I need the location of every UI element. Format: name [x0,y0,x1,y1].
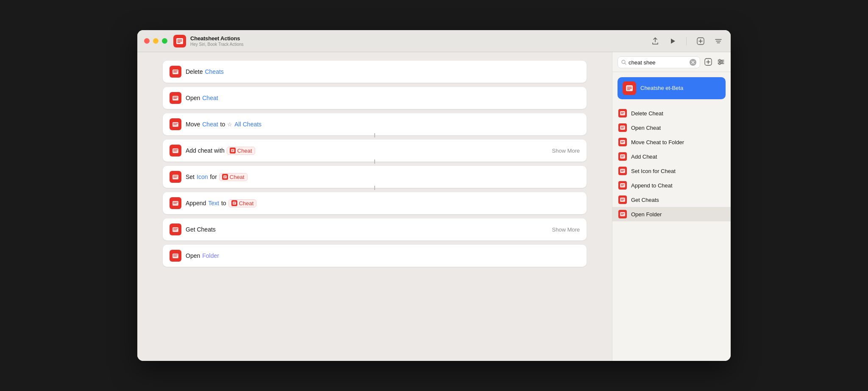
sidebar-item-icon-set [618,167,627,175]
titlebar: Cheatsheet Actions Hey Siri, Book Track … [137,30,731,52]
action-icon-open-folder [170,250,181,262]
action-icon-set [170,171,181,183]
action-row-delete-cheats[interactable]: Delete Cheats [163,61,587,83]
sidebar-item-icon-add [618,152,627,161]
clear-search-button[interactable] [690,59,696,66]
search-box[interactable]: cheat shee [618,56,700,68]
show-more-get[interactable]: Show More [552,226,580,233]
sidebar-item-label: Open Folder [631,211,662,218]
action-icon-add [170,145,181,156]
sidebar-item-icon-move [618,138,627,146]
action-icon-open [170,92,181,104]
svg-rect-76 [620,183,625,187]
sidebar-item-add-cheat[interactable]: Add Cheat [612,149,731,164]
settings-button[interactable] [716,57,726,68]
sidebar-item-open-folder[interactable]: Open Folder [612,207,731,221]
play-button[interactable] [668,36,678,46]
traffic-lights [144,38,167,44]
action-text-delete-cheats: Delete Cheats [186,68,580,75]
action-icon-append [170,197,181,209]
divider [686,37,687,45]
sidebar-item-icon-open [618,123,627,132]
svg-rect-67 [620,140,625,144]
svg-rect-61 [620,111,625,115]
svg-point-55 [721,61,723,63]
share-button[interactable] [650,36,661,47]
app-result-name: Cheatshe et-Beta [640,85,683,92]
sidebar-item-label: Set Icon for Cheat [631,168,676,174]
right-header: cheat shee [612,52,731,72]
action-text-move-cheat: Move Cheat to ☆ All Cheats [186,121,580,128]
search-icon [621,60,626,65]
separator-add [374,159,375,164]
action-row-open-cheat[interactable]: Open Cheat [163,87,587,109]
right-panel: cheat shee [612,52,731,361]
sidebar-item-label: Move Cheat to Folder [631,139,684,145]
action-text-open-cheat: Open Cheat [186,95,580,101]
sidebar-item-icon-append [618,181,627,190]
sidebar-item-delete-cheat[interactable]: Delete Cheat [612,106,731,120]
action-row-open-folder[interactable]: Open Folder [163,245,587,267]
separator-set [374,186,375,190]
separator-move [374,133,375,137]
svg-rect-29 [223,176,227,179]
minimize-button[interactable] [153,38,159,44]
close-button[interactable] [144,38,150,44]
titlebar-info: Cheatsheet Actions Hey Siri, Book Track … [190,35,244,47]
sidebar-item-append[interactable]: Append to Cheat [612,178,731,193]
sidebar-item-label: Open Cheat [631,125,661,131]
sidebar-item-label: Delete Cheat [631,110,663,117]
action-row-add-cheat[interactable]: Add cheat with Cheat Show More [163,140,587,162]
sidebar-item-icon-delete [618,109,627,117]
action-icon-move [170,118,181,130]
svg-line-45 [625,63,626,64]
filter-button[interactable] [713,36,724,47]
sidebar-item-label: Get Cheats [631,197,659,203]
app-title: Cheatsheet Actions [190,35,244,42]
app-icon [173,35,186,47]
sidebar-item-get-cheats[interactable]: Get Cheats [612,193,731,207]
app-result-item[interactable]: Cheatshe et-Beta [618,77,726,99]
left-panel: Delete Cheats Open Cheat [137,52,612,361]
svg-rect-23 [231,149,234,152]
add-button[interactable] [695,36,706,47]
action-text-append: Append Text to Cheat [186,199,580,207]
app-subtitle: Hey Siri, Book Track Actions [190,42,244,47]
svg-rect-82 [620,212,625,216]
svg-rect-73 [620,169,625,173]
action-row-move-cheat[interactable]: Move Cheat to ☆ All Cheats [163,113,587,135]
app-result-icon [623,81,636,95]
action-icon-get [170,223,181,235]
action-row-append[interactable]: Append Text to Cheat [163,192,587,214]
action-row-get-cheats[interactable]: Get Cheats Show More [163,218,587,240]
action-text-get-cheats: Get Cheats [186,226,548,233]
sidebar-item-label: Append to Cheat [631,182,673,189]
show-more-add[interactable]: Show More [552,148,580,154]
svg-rect-35 [233,202,236,205]
svg-rect-79 [620,198,625,202]
sidebar-item-open-cheat[interactable]: Open Cheat [612,120,731,135]
right-header-icons [704,57,726,68]
sidebar-item-label: Add Cheat [631,154,657,160]
add-shortcut-button[interactable] [704,57,713,68]
svg-point-54 [719,59,721,61]
sidebar-item-set-icon[interactable]: Set Icon for Cheat [612,164,731,178]
search-input[interactable]: cheat shee [629,59,687,66]
main-content: Delete Cheats Open Cheat [137,52,731,361]
svg-marker-4 [671,39,675,44]
action-text-add-cheat: Add cheat with Cheat [186,147,548,155]
action-text-open-folder: Open Folder [186,252,580,259]
svg-rect-64 [620,126,625,130]
sidebar-action-list: Delete Cheat Open Cheat [612,104,731,361]
svg-point-56 [719,63,721,64]
window: Cheatsheet Actions Hey Siri, Book Track … [137,30,731,361]
svg-rect-70 [620,154,625,159]
sidebar-item-icon-get [618,196,627,204]
action-icon-delete [170,66,181,78]
sidebar-item-icon-open-folder [618,210,627,218]
action-row-set-icon[interactable]: Set Icon for Cheat [163,166,587,188]
titlebar-actions [650,36,724,47]
action-text-set-icon: Set Icon for Cheat [186,173,580,181]
maximize-button[interactable] [162,38,167,44]
sidebar-item-move-cheat[interactable]: Move Cheat to Folder [612,135,731,149]
